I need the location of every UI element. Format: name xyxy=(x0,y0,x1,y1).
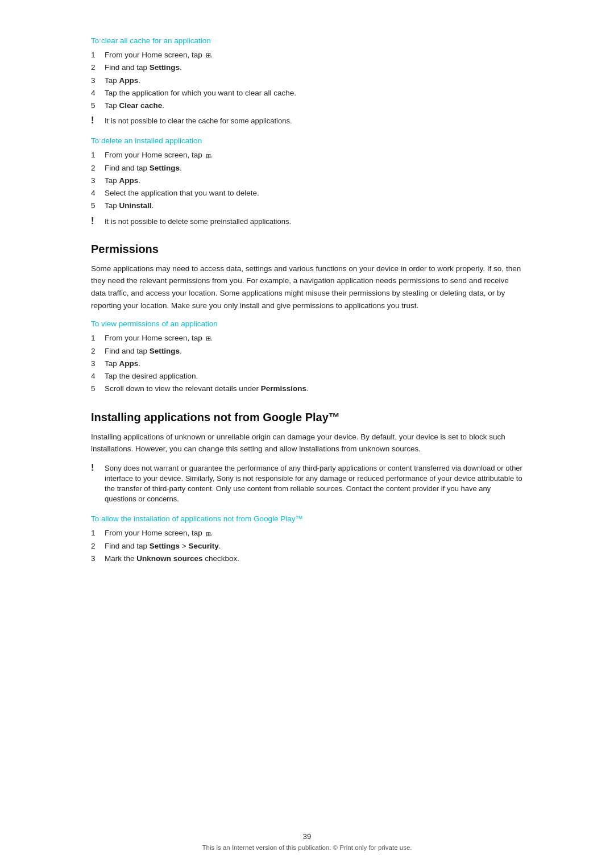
installing-body: Installing applications of unknown or un… xyxy=(91,431,523,455)
footer-note: This is an Internet version of this publ… xyxy=(0,844,614,851)
note-icon: ! xyxy=(91,463,105,473)
list-item: 3 Tap Apps. xyxy=(91,75,523,86)
clear-cache-note: ! It is not possible to clear the cache … xyxy=(91,116,523,126)
permissions-heading: Permissions xyxy=(91,243,523,256)
grid-icon: ⊞ xyxy=(206,334,211,343)
clear-cache-section: To clear all cache for an application 1 … xyxy=(91,36,523,126)
allow-install-heading: To allow the installation of application… xyxy=(91,514,523,523)
grid-icon: ⊞ xyxy=(206,151,211,161)
installing-heading: Installing applications not from Google … xyxy=(91,411,523,424)
grid-icon: ⊞ xyxy=(206,51,211,60)
list-item: 1 From your Home screen, tap ⊞. xyxy=(91,49,523,61)
page-container: To clear all cache for an application 1 … xyxy=(0,0,614,868)
list-item: 1 From your Home screen, tap ⊞. xyxy=(91,333,523,344)
page-number: 39 xyxy=(0,832,614,841)
list-item: 1 From your Home screen, tap ⊞. xyxy=(91,528,523,539)
list-item: 2 Find and tap Settings. xyxy=(91,346,523,357)
note-text: It is not possible to clear the cache fo… xyxy=(105,116,523,126)
list-item: 4 Tap the desired application. xyxy=(91,371,523,382)
list-item: 2 Find and tap Settings > Security. xyxy=(91,541,523,552)
list-item: 5 Tap Clear cache. xyxy=(91,100,523,111)
view-permissions-list: 1 From your Home screen, tap ⊞. 2 Find a… xyxy=(91,333,523,394)
list-item: 4 Tap the application for which you want… xyxy=(91,88,523,99)
list-item: 5 Scroll down to view the relevant detai… xyxy=(91,383,523,394)
list-item: 3 Mark the Unknown sources checkbox. xyxy=(91,553,523,564)
delete-app-heading: To delete an installed application xyxy=(91,136,523,145)
page-footer: 39 This is an Internet version of this p… xyxy=(0,832,614,851)
note-icon: ! xyxy=(91,115,105,126)
list-item: 1 From your Home screen, tap ⊞. xyxy=(91,149,523,161)
grid-icon: ⊞ xyxy=(206,529,211,539)
installing-note-row: ! Sony does not warrant or guarantee the… xyxy=(91,463,523,505)
clear-cache-heading: To clear all cache for an application xyxy=(91,36,523,45)
note-icon: ! xyxy=(91,216,105,226)
list-item: 2 Find and tap Settings. xyxy=(91,163,523,174)
note-text: It is not possible to delete some preins… xyxy=(105,217,523,227)
delete-app-section: To delete an installed application 1 Fro… xyxy=(91,136,523,226)
allow-install-list: 1 From your Home screen, tap ⊞. 2 Find a… xyxy=(91,528,523,564)
view-permissions-heading: To view permissions of an application xyxy=(91,319,523,328)
list-item: 4 Select the application that you want t… xyxy=(91,188,523,199)
delete-app-list: 1 From your Home screen, tap ⊞. 2 Find a… xyxy=(91,149,523,211)
list-item: 2 Find and tap Settings. xyxy=(91,62,523,73)
note-text: Sony does not warrant or guarantee the p… xyxy=(105,463,523,505)
list-item: 3 Tap Apps. xyxy=(91,358,523,369)
clear-cache-list: 1 From your Home screen, tap ⊞. 2 Find a… xyxy=(91,49,523,111)
installing-section: Installing applications not from Google … xyxy=(91,411,523,565)
delete-app-note: ! It is not possible to delete some prei… xyxy=(91,217,523,227)
list-item: 3 Tap Apps. xyxy=(91,175,523,186)
permissions-body: Some applications may need to access dat… xyxy=(91,263,523,312)
list-item: 5 Tap Uninstall. xyxy=(91,200,523,211)
permissions-section: Permissions Some applications may need t… xyxy=(91,243,523,395)
